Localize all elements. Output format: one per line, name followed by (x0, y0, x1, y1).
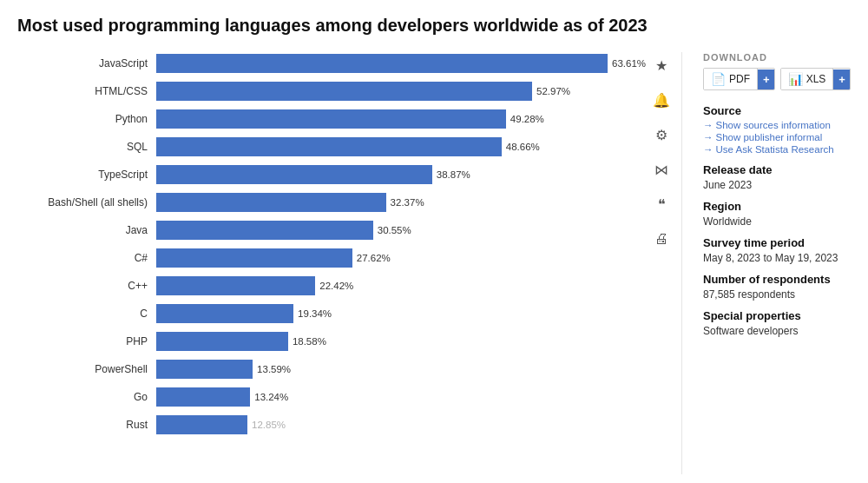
region-value: Worldwide (703, 215, 851, 228)
bar-value: 12.85% (252, 420, 286, 430)
bar-container: 38.87% (156, 165, 646, 184)
xls-label: XLS (806, 73, 826, 85)
pdf-btn-main[interactable]: 📄 PDF (704, 69, 758, 89)
bar-label: PowerShell (17, 363, 156, 375)
bar (156, 221, 373, 240)
bar-container: 63.61% (156, 54, 646, 73)
quote-button[interactable]: ❝ (648, 191, 674, 217)
bar-row: Bash/Shell (all shells)32.37% (17, 191, 646, 214)
show-sources-link[interactable]: Show sources information (703, 120, 851, 130)
bar-value: 32.37% (391, 197, 424, 208)
source-title: Source (703, 104, 851, 117)
bar-row: C19.34% (17, 302, 646, 325)
bar-value: 38.87% (437, 169, 470, 180)
share-button[interactable]: ⋈ (648, 156, 674, 182)
bar-value: 13.59% (257, 364, 291, 374)
release-date-section: Release date June 2023 (703, 163, 851, 191)
xls-plus-button[interactable]: + (833, 69, 851, 89)
bar (156, 137, 502, 156)
bar-row: Python49.28% (17, 108, 646, 130)
survey-time-title: Survey time period (703, 236, 851, 249)
bar (156, 165, 432, 184)
xls-icon: 📊 (788, 72, 803, 86)
bar (156, 276, 315, 295)
bar-row: PowerShell13.59% (17, 358, 646, 380)
bar-row: C++22.42% (17, 275, 646, 297)
bar-container: 19.34% (156, 304, 646, 323)
survey-time-section: Survey time period May 8, 2023 to May 19… (703, 236, 851, 264)
bar-value: 22.42% (319, 281, 353, 291)
bar-container: 27.62% (156, 248, 646, 268)
bar-row: TypeScript38.87% (17, 163, 646, 186)
bar (156, 415, 247, 434)
bar-row: Rust12.85% (17, 414, 646, 436)
pdf-plus-button[interactable]: + (758, 69, 775, 89)
pdf-icon: 📄 (711, 72, 726, 86)
bar-row: SQL48.66% (17, 136, 646, 158)
survey-time-value: May 8, 2023 to May 19, 2023 (703, 252, 851, 264)
show-publisher-link[interactable]: Show publisher informal (703, 132, 851, 142)
bar-container: 13.24% (156, 387, 646, 407)
xls-btn-main[interactable]: 📊 XLS (781, 69, 834, 89)
bar-label: TypeScript (17, 169, 156, 181)
bar-row: Java30.55% (17, 219, 646, 242)
bar-value: 52.97% (536, 86, 570, 96)
bar-label: Go (17, 391, 156, 403)
special-properties-title: Special properties (703, 309, 851, 322)
bar-label: Bash/Shell (all shells) (17, 196, 156, 208)
download-section: DOWNLOAD 📄 PDF + 📊 XLS + (703, 52, 851, 90)
bar (156, 54, 608, 73)
bar-label: SQL (17, 141, 156, 153)
pdf-label: PDF (729, 73, 750, 85)
region-section: Region Worldwide (703, 200, 851, 228)
print-button[interactable]: 🖨 (648, 226, 674, 252)
bar-value: 19.34% (298, 308, 332, 319)
release-date-value: June 2023 (703, 179, 851, 191)
region-title: Region (703, 200, 851, 213)
bar (156, 193, 386, 212)
bar-label: PHP (17, 335, 156, 347)
bar-value: 18.58% (293, 336, 326, 347)
bar-label: C (17, 308, 156, 320)
bar-value: 48.66% (506, 142, 540, 152)
pdf-download-button[interactable]: 📄 PDF + (703, 68, 775, 90)
xls-download-button[interactable]: 📊 XLS + (780, 68, 851, 90)
bar-container: 48.66% (156, 137, 646, 156)
respondents-section: Number of respondents 87,585 respondents (703, 273, 851, 301)
bar (156, 82, 532, 101)
star-button[interactable]: ★ (648, 52, 674, 78)
bar-value: 63.61% (612, 58, 646, 69)
ask-statista-link[interactable]: Use Ask Statista Research (703, 144, 851, 155)
bar (156, 109, 506, 129)
bar (156, 360, 253, 379)
content-area: JavaScript63.61%HTML/CSS52.97%Python49.2… (17, 52, 851, 474)
release-date-title: Release date (703, 163, 851, 176)
bar-label: Java (17, 224, 156, 236)
chart-section: JavaScript63.61%HTML/CSS52.97%Python49.2… (17, 52, 646, 474)
source-section: Source Show sources information Show pub… (703, 104, 851, 155)
bar (156, 332, 288, 351)
bar-value: 49.28% (510, 114, 544, 124)
bar-label: C++ (17, 280, 156, 292)
bar-container: 30.55% (156, 221, 646, 240)
bar-row: Go13.24% (17, 386, 646, 408)
bar-value: 30.55% (378, 225, 411, 235)
bell-button[interactable]: 🔔 (648, 87, 674, 113)
gear-button[interactable]: ⚙ (648, 122, 674, 148)
special-properties-value: Software developers (703, 325, 851, 337)
respondents-title: Number of respondents (703, 273, 851, 286)
page-title: Most used programming languages among de… (17, 14, 851, 36)
bar-label: Python (17, 113, 156, 125)
sidebar-tools: ★🔔⚙⋈❝🖨 (646, 52, 682, 474)
bar-row: JavaScript63.61% (17, 52, 646, 75)
bar-label: HTML/CSS (17, 85, 156, 97)
bar-container: 13.59% (156, 360, 646, 379)
download-buttons: 📄 PDF + 📊 XLS + (703, 68, 851, 90)
bar-container: 22.42% (156, 276, 646, 295)
bar (156, 304, 293, 323)
bar-container: 49.28% (156, 109, 646, 129)
bar-label: Rust (17, 419, 156, 431)
bar-row: C#27.62% (17, 247, 646, 269)
page: Most used programming languages among de… (0, 0, 868, 483)
bar-row: PHP18.58% (17, 330, 646, 353)
